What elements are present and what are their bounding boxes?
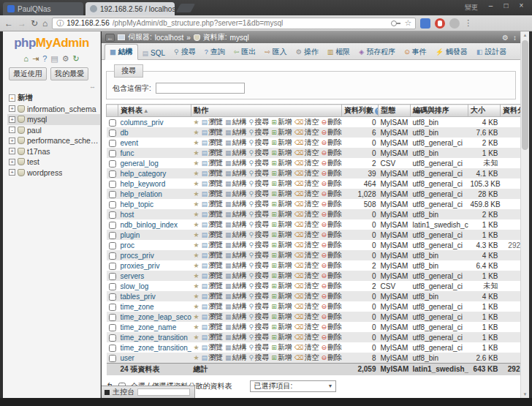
row-checkbox[interactable]: [109, 140, 116, 147]
favorite-star-icon[interactable]: ★: [194, 200, 200, 208]
table-name-link[interactable]: help_category: [121, 170, 167, 178]
drop-link[interactable]: ⊖刪除: [321, 189, 341, 198]
search-link[interactable]: ⚲搜尋: [249, 220, 270, 228]
expand-icon[interactable]: +: [9, 148, 15, 154]
browse-link[interactable]: ▤瀏覽: [202, 251, 224, 259]
table-name-link[interactable]: plugin: [121, 231, 140, 239]
phpmyadmin-logo[interactable]: phpMyAdmin: [3, 31, 100, 50]
insert-link[interactable]: ⊞新增: [271, 323, 292, 331]
search-link[interactable]: ⚲搜尋: [249, 302, 270, 310]
structure-link[interactable]: ▦結構: [225, 353, 247, 361]
search-link[interactable]: ⚲搜尋: [249, 149, 270, 157]
drop-link[interactable]: ⊖刪除: [321, 220, 341, 228]
scroll-down-icon[interactable]: ▼: [521, 391, 529, 398]
empty-link[interactable]: ⌫清空: [294, 210, 319, 218]
tab-query[interactable]: ?查詢: [200, 45, 229, 59]
favorite-star-icon[interactable]: ★: [194, 323, 200, 331]
insert-link[interactable]: ⊞新增: [271, 179, 292, 187]
favorite-star-icon[interactable]: ★: [194, 211, 200, 218]
drop-link[interactable]: ⊖刪除: [321, 138, 341, 146]
table-name-link[interactable]: func: [121, 149, 134, 157]
search-link[interactable]: ⚲搜尋: [249, 282, 270, 290]
page-info-icon[interactable]: ⓘ: [56, 18, 64, 29]
insert-link[interactable]: ⊞新增: [271, 159, 292, 167]
structure-link[interactable]: ▦結構: [225, 333, 247, 341]
close-button[interactable]: ×: [514, 1, 529, 11]
header-overhead[interactable]: 資料分散: [501, 105, 521, 117]
recent-tables-button[interactable]: 最近使用: [9, 67, 47, 80]
structure-link[interactable]: ▦結構: [225, 138, 247, 146]
browse-link[interactable]: ▤瀏覽: [202, 159, 224, 167]
insert-link[interactable]: ⊞新增: [271, 220, 292, 228]
table-name-link[interactable]: db: [121, 129, 129, 137]
insert-link[interactable]: ⊞新增: [271, 292, 292, 300]
empty-link[interactable]: ⌫清空: [294, 343, 319, 351]
empty-link[interactable]: ⌫清空: [294, 230, 319, 238]
favorite-star-icon[interactable]: ★: [194, 159, 200, 167]
browse-link[interactable]: ▤瀏覽: [202, 210, 224, 218]
row-checkbox[interactable]: [109, 334, 116, 342]
sidebar-item-t17nas[interactable]: +t17nas: [7, 146, 100, 157]
logout-icon[interactable]: ⇥: [32, 54, 39, 63]
empty-link[interactable]: ⌫清空: [294, 333, 319, 341]
header-type[interactable]: 型態: [379, 105, 411, 117]
row-checkbox[interactable]: [109, 170, 116, 178]
browse-link[interactable]: ▤瀏覽: [202, 189, 224, 198]
favorite-star-icon[interactable]: ★: [194, 170, 200, 177]
insert-link[interactable]: ⊞新增: [271, 353, 292, 361]
drop-link[interactable]: ⊖刪除: [321, 179, 341, 187]
search-link[interactable]: ⚲搜尋: [249, 159, 270, 167]
row-checkbox[interactable]: [109, 201, 116, 208]
search-link[interactable]: ⚲搜尋: [249, 118, 270, 126]
structure-link[interactable]: ▦結構: [225, 149, 247, 157]
maximize-button[interactable]: □: [498, 1, 514, 11]
favorite-star-icon[interactable]: ★: [194, 221, 200, 228]
drop-link[interactable]: ⊖刪除: [321, 302, 341, 310]
drop-link[interactable]: ⊖刪除: [321, 261, 341, 269]
header-rows[interactable]: 資料列數?: [342, 105, 379, 117]
tab-sql[interactable]: ▤SQL: [138, 47, 170, 59]
empty-link[interactable]: ⌫清空: [294, 312, 319, 320]
insert-link[interactable]: ⊞新增: [271, 261, 292, 269]
tab-designer[interactable]: ◧設計器: [472, 45, 512, 59]
empty-link[interactable]: ⌫清空: [294, 302, 319, 310]
browse-link[interactable]: ▤瀏覽: [202, 118, 224, 126]
collapse-icon[interactable]: -: [9, 127, 15, 133]
sidebar-item-performance-schema[interactable]: +performance_schema: [7, 135, 100, 146]
tab-export[interactable]: ⇦匯出: [229, 45, 261, 59]
empty-link[interactable]: ⌫清空: [294, 353, 319, 361]
drop-link[interactable]: ⊖刪除: [321, 251, 341, 259]
vertical-scrollbar[interactable]: ▲ ▼: [520, 31, 529, 398]
table-name-link[interactable]: event: [121, 139, 138, 147]
browse-link[interactable]: ▤瀏覽: [202, 230, 224, 238]
tab-privileges[interactable]: ▥權限: [323, 45, 355, 59]
insert-link[interactable]: ⊞新增: [271, 118, 292, 126]
adblock-extension-icon[interactable]: [435, 18, 445, 29]
search-link[interactable]: ⚲搜尋: [249, 169, 270, 177]
search-link[interactable]: ⚲搜尋: [249, 179, 270, 187]
empty-link[interactable]: ⌫清空: [294, 271, 319, 279]
url-bar[interactable]: ⓘ 192.168.2.56 /phpMyAdmin/db_structure.…: [52, 18, 416, 29]
password-key-icon[interactable]: [391, 20, 400, 26]
favorite-star-icon[interactable]: ★: [194, 303, 200, 310]
structure-link[interactable]: ▦結構: [225, 169, 247, 177]
browser-menu-icon[interactable]: ⋮: [464, 18, 472, 28]
row-checkbox[interactable]: [109, 263, 116, 270]
settings-gear-icon[interactable]: ⚙: [502, 34, 509, 42]
drop-link[interactable]: ⊖刪除: [321, 200, 341, 208]
sidebar-item-paul[interactable]: -paul: [7, 125, 100, 136]
search-link[interactable]: ⚲搜尋: [249, 189, 270, 198]
empty-link[interactable]: ⌫清空: [294, 282, 319, 290]
row-checkbox[interactable]: [109, 252, 116, 260]
drop-link[interactable]: ⊖刪除: [321, 128, 341, 136]
browse-link[interactable]: ▤瀏覽: [202, 271, 224, 279]
favorite-star-icon[interactable]: ★: [194, 282, 200, 290]
empty-link[interactable]: ⌫清空: [294, 292, 319, 300]
insert-link[interactable]: ⊞新增: [271, 333, 292, 341]
tab-search[interactable]: ⚲搜尋: [170, 45, 200, 59]
drop-link[interactable]: ⊖刪除: [321, 159, 341, 167]
favorite-star-icon[interactable]: ★: [194, 344, 200, 351]
row-checkbox[interactable]: [109, 242, 116, 249]
table-name-link[interactable]: help_topic: [121, 200, 154, 208]
browse-link[interactable]: ▤瀏覽: [202, 261, 224, 269]
